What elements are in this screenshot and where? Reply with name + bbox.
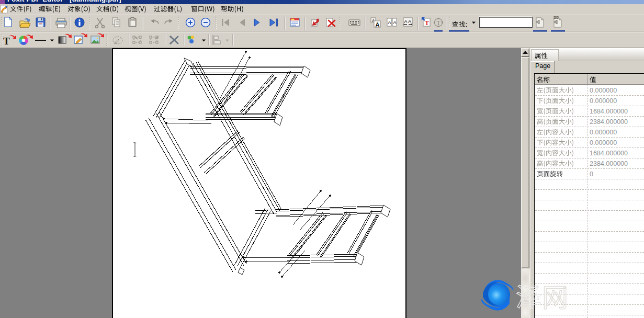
svg-text:0: 0 [590,171,593,178]
svg-text:2384.000000: 2384.000000 [590,160,628,167]
svg-text:1684.000000: 1684.000000 [590,108,628,115]
svg-text:A: A [404,19,408,24]
svg-text:2384.000000: 2384.000000 [590,118,628,126]
svg-text:0.000000: 0.000000 [590,87,617,94]
svg-text:0.000000: 0.000000 [590,129,617,136]
svg-text:1684.000000: 1684.000000 [590,150,628,157]
svg-text:A: A [408,19,411,24]
svg-text:T: T [437,19,441,27]
svg-text:A: A [376,21,380,28]
svg-text:0.000000: 0.000000 [590,139,617,146]
svg-text:A: A [388,20,391,25]
svg-text:T: T [425,19,429,27]
svg-text:0.000000: 0.000000 [590,97,617,105]
svg-text:T: T [3,36,10,47]
svg-text:A: A [393,20,397,25]
